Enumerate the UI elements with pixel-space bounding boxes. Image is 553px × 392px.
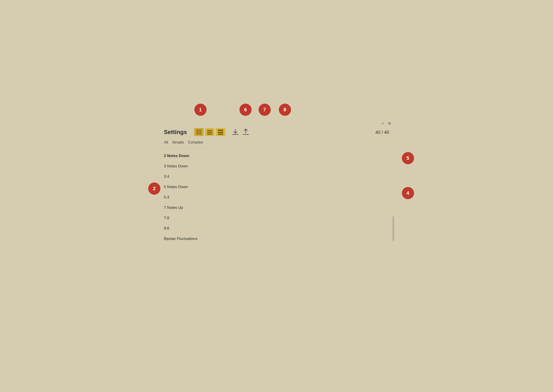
svg-point-3: [196, 131, 198, 133]
large-list-view-button[interactable]: [216, 128, 225, 136]
list-item[interactable]: 9:8: [164, 223, 389, 234]
confirm-button[interactable]: ✓: [381, 121, 385, 126]
import-icon: [231, 128, 240, 136]
annotation-6: 6: [239, 104, 252, 116]
view-icon-group: [194, 128, 225, 136]
svg-point-6: [196, 133, 198, 134]
top-controls: ✓ ✕: [381, 121, 392, 126]
svg-point-8: [200, 133, 201, 134]
count-display: 40 / 40: [375, 130, 389, 135]
list-item[interactable]: 7:8: [164, 213, 389, 223]
annotation-5: 5: [402, 152, 414, 164]
svg-rect-14: [218, 134, 223, 135]
tab-complex[interactable]: Complex: [188, 139, 207, 146]
list-item[interactable]: 7 Notes Up: [164, 203, 389, 213]
list-item[interactable]: 3 Notes Down: [164, 161, 389, 171]
list-item[interactable]: 5 Notes Down: [164, 182, 389, 192]
grid-view-button[interactable]: [194, 128, 204, 136]
svg-rect-9: [207, 130, 212, 131]
annotation-4: 4: [402, 187, 414, 199]
export-button[interactable]: [242, 128, 250, 136]
tab-simple[interactable]: Simple: [172, 139, 188, 146]
svg-point-4: [198, 131, 200, 133]
medium-list-view-button[interactable]: [205, 128, 214, 136]
list-item[interactable]: Bipolar Fluctuations: [164, 234, 389, 244]
svg-point-1: [198, 130, 200, 131]
svg-point-5: [200, 131, 201, 133]
scrollbar[interactable]: [392, 216, 394, 241]
annotation-1: 1: [194, 104, 207, 116]
svg-rect-10: [207, 132, 212, 133]
svg-rect-11: [207, 133, 212, 135]
import-button[interactable]: [231, 128, 240, 136]
list-item[interactable]: 2 Notes Down: [164, 151, 389, 161]
annotation-7: 7: [259, 104, 271, 116]
list-medium-icon: [207, 129, 213, 135]
list-item[interactable]: 3:4: [164, 171, 389, 182]
grid-icon: [196, 129, 202, 135]
preset-list: 2 Notes Down 3 Notes Down 3:4 5 Notes Do…: [157, 148, 396, 246]
action-icon-group: [231, 128, 250, 136]
main-wrapper: 1 2 4 5 6 7 8 ✓ ✕ Settings: [157, 117, 396, 275]
page-title: Settings: [164, 129, 187, 136]
list-item[interactable]: 5:4: [164, 192, 389, 203]
filter-tabs: All Simple Complex: [157, 137, 396, 148]
close-button[interactable]: ✕: [388, 121, 392, 126]
list-large-icon: [217, 129, 224, 135]
svg-point-0: [196, 130, 198, 131]
svg-point-7: [198, 133, 200, 134]
svg-rect-12: [218, 130, 223, 131]
tab-all[interactable]: All: [164, 139, 172, 146]
annotation-8: 8: [279, 104, 291, 116]
export-icon: [242, 128, 250, 136]
svg-point-2: [200, 130, 201, 131]
settings-panel: ✓ ✕ Settings: [157, 117, 396, 275]
header-row: Settings: [157, 117, 396, 137]
svg-rect-13: [218, 132, 223, 133]
